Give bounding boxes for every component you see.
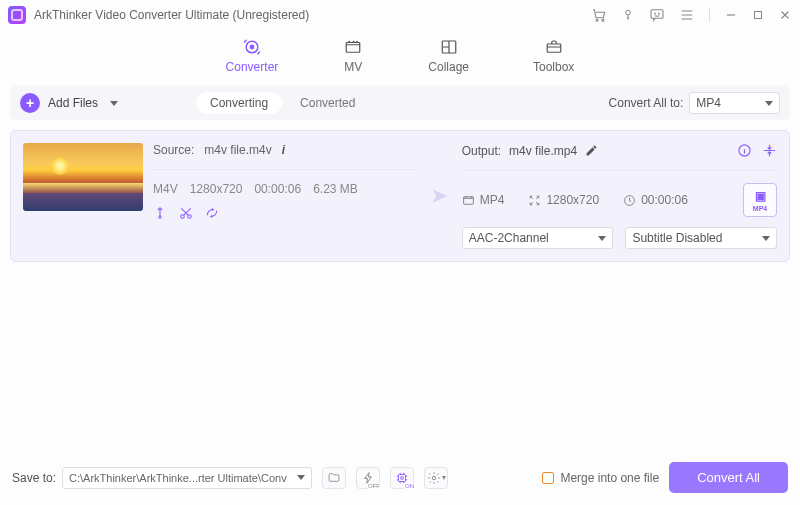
app-logo: [8, 6, 26, 24]
svg-point-0: [596, 19, 598, 21]
accel-off-badge: OFF: [367, 483, 381, 489]
titlebar: ArkThinker Video Converter Ultimate (Unr…: [0, 0, 800, 30]
merge-label: Merge into one file: [560, 471, 659, 485]
svg-point-20: [432, 476, 436, 480]
chevron-down-icon: [598, 236, 606, 241]
file-item: Source: m4v file.m4v i M4V 1280x720 00:0…: [10, 130, 790, 262]
enhance-icon[interactable]: [205, 206, 219, 220]
chevron-down-icon: [765, 101, 773, 106]
info-icon[interactable]: i: [282, 143, 285, 157]
profile-icon: ▣: [755, 189, 766, 203]
svg-point-2: [626, 10, 631, 15]
add-files-label: Add Files: [48, 96, 98, 110]
saveto-label: Save to:: [12, 471, 56, 485]
segment-converting[interactable]: Converting: [196, 92, 282, 114]
svg-rect-9: [347, 43, 361, 53]
source-resolution: 1280x720: [190, 182, 243, 196]
close-button[interactable]: [778, 8, 792, 22]
video-icon: [462, 194, 475, 207]
add-files-dropdown[interactable]: [110, 101, 118, 106]
svg-point-19: [401, 476, 404, 479]
source-filename: m4v file.m4v: [204, 143, 271, 157]
collage-icon: [438, 38, 460, 56]
tab-collage[interactable]: Collage: [428, 38, 469, 74]
svg-point-12: [159, 216, 161, 218]
toolbar: + Add Files Converting Converted Convert…: [10, 86, 790, 120]
source-duration: 00:00:06: [254, 182, 301, 196]
tab-toolbox[interactable]: Toolbox: [533, 38, 574, 74]
svg-rect-11: [547, 44, 561, 52]
tab-converter-label: Converter: [226, 60, 279, 74]
menu-icon[interactable]: [679, 7, 695, 23]
gpu-button[interactable]: ON: [390, 467, 414, 489]
maximize-button[interactable]: [752, 9, 764, 21]
segment-converted[interactable]: Converted: [286, 92, 369, 114]
video-thumbnail[interactable]: [23, 143, 143, 211]
arrow-icon: ➤: [426, 183, 452, 209]
audio-select[interactable]: AAC-2Channel: [462, 227, 614, 249]
format-profile-button[interactable]: ▣ MP4: [743, 183, 777, 217]
hardware-accel-button[interactable]: OFF: [356, 467, 380, 489]
source-label: Source:: [153, 143, 194, 157]
source-format: M4V: [153, 182, 178, 196]
audio-select-value: AAC-2Channel: [469, 231, 549, 245]
subtitle-select[interactable]: Subtitle Disabled: [625, 227, 777, 249]
converter-icon: [241, 38, 263, 56]
key-icon[interactable]: [621, 7, 635, 23]
convert-all-value: MP4: [696, 96, 721, 110]
output-filename: m4v file.mp4: [509, 144, 577, 158]
convert-all-button[interactable]: Convert All: [669, 462, 788, 493]
checkbox-icon: [542, 472, 554, 484]
output-duration: 00:00:06: [641, 193, 688, 207]
svg-point-1: [602, 19, 604, 21]
subtitle-select-value: Subtitle Disabled: [632, 231, 722, 245]
format-badge: MP4: [753, 205, 767, 212]
svg-point-4: [655, 13, 656, 14]
trim-icon[interactable]: [153, 206, 167, 220]
svg-rect-18: [399, 474, 406, 481]
add-files-button[interactable]: +: [20, 93, 40, 113]
output-label: Output:: [462, 144, 501, 158]
tab-collage-label: Collage: [428, 60, 469, 74]
svg-point-5: [659, 13, 660, 14]
svg-rect-3: [651, 10, 663, 19]
tab-mv-label: MV: [344, 60, 362, 74]
chevron-down-icon: [762, 236, 770, 241]
tab-converter[interactable]: Converter: [226, 38, 279, 74]
svg-point-8: [250, 45, 253, 48]
bottombar: Save to: C:\ArkThinker\ArkThinke...rter …: [0, 452, 800, 505]
chevron-down-icon: [297, 475, 305, 480]
open-folder-button[interactable]: [322, 467, 346, 489]
app-title: ArkThinker Video Converter Ultimate (Unr…: [34, 8, 583, 22]
svg-rect-6: [755, 12, 762, 19]
tab-toolbox-label: Toolbox: [533, 60, 574, 74]
compress-icon[interactable]: [762, 143, 777, 158]
cut-icon[interactable]: [179, 206, 193, 220]
convert-all-label: Convert All to:: [609, 96, 684, 110]
toolbox-icon: [543, 38, 565, 56]
saveto-path-text: C:\ArkThinker\ArkThinke...rter Ultimate\…: [69, 472, 287, 484]
saveto-path[interactable]: C:\ArkThinker\ArkThinke...rter Ultimate\…: [62, 467, 312, 489]
settings-button[interactable]: ▾: [424, 467, 448, 489]
output-resolution: 1280x720: [546, 193, 599, 207]
convert-all-select[interactable]: MP4: [689, 92, 780, 114]
feedback-icon[interactable]: [649, 7, 665, 23]
main-tabs: Converter MV Collage Toolbox: [0, 30, 800, 86]
minimize-button[interactable]: [724, 8, 738, 22]
gpu-on-badge: ON: [404, 483, 415, 489]
rename-icon[interactable]: [585, 144, 598, 157]
clock-icon: [623, 194, 636, 207]
cart-icon[interactable]: [591, 7, 607, 23]
svg-rect-16: [463, 196, 473, 204]
mv-icon: [342, 38, 364, 56]
source-size: 6.23 MB: [313, 182, 358, 196]
tab-mv[interactable]: MV: [342, 38, 364, 74]
mediainfo-icon[interactable]: [737, 143, 752, 158]
merge-checkbox[interactable]: Merge into one file: [542, 471, 659, 485]
resolution-icon: [528, 194, 541, 207]
output-format: MP4: [480, 193, 505, 207]
